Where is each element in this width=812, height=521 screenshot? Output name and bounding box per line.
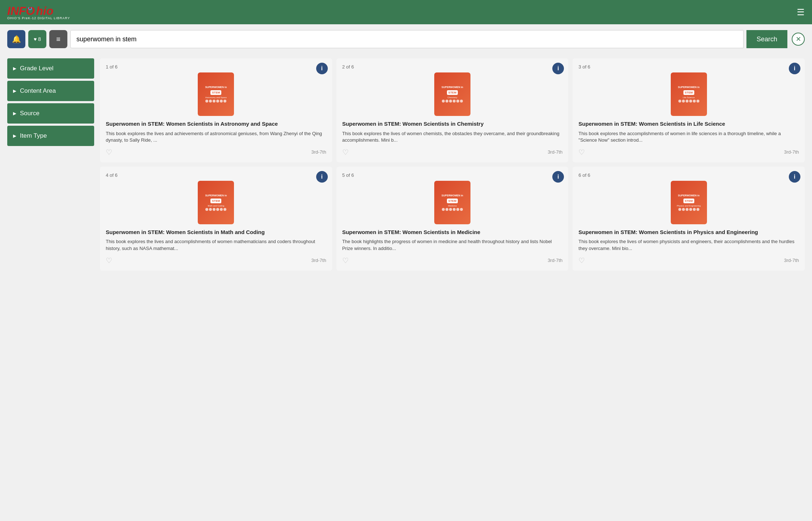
card-footer: ♡ 3rd-7th xyxy=(578,256,799,265)
favorites-button[interactable]: ♥ 8 xyxy=(28,30,46,48)
results-grid: 1 of 6 i SUPERWOMEN in STEM Astronomy an… xyxy=(100,58,805,271)
main-content: ▶ Grade Level ▶ Content Area ▶ Source ▶ … xyxy=(0,54,812,275)
filter-label: Source xyxy=(20,110,39,117)
bell-button[interactable]: 🔔 xyxy=(7,30,25,48)
book-cover: SUPERWOMEN in STEM Physics and Engineeri… xyxy=(671,181,707,224)
book-card: 1 of 6 i SUPERWOMEN in STEM Astronomy an… xyxy=(100,58,332,162)
book-cover: SUPERWOMEN in STEM Astronomy and Space xyxy=(198,72,234,116)
grade-badge: 3rd-7th xyxy=(548,258,562,263)
info-button[interactable]: i xyxy=(552,63,564,74)
card-counter: 2 of 6 xyxy=(342,64,563,70)
toolbar: 🔔 ♥ 8 ≡ Search ✕ xyxy=(0,24,812,54)
info-button[interactable]: i xyxy=(789,63,800,74)
clear-icon: ✕ xyxy=(796,35,801,43)
card-description: This book explores the lives and accompl… xyxy=(106,238,326,251)
info-button[interactable]: i xyxy=(316,171,328,183)
card-description: The book highlights the progress of wome… xyxy=(342,238,563,251)
grade-badge: 3rd-7th xyxy=(784,149,799,155)
card-counter: 5 of 6 xyxy=(342,172,563,178)
favorite-button[interactable]: ♡ xyxy=(106,256,112,265)
chevron-right-icon: ▶ xyxy=(13,111,16,116)
book-card: 4 of 6 i SUPERWOMEN in STEM Math and Cod… xyxy=(100,167,332,271)
header: INF O hio OHIO'S PreK-12 DIGITAL LIBRARY… xyxy=(0,0,812,24)
favorite-button[interactable]: ♡ xyxy=(342,256,349,265)
grade-badge: 3rd-7th xyxy=(311,149,326,155)
card-description: This book explores the lives and achieve… xyxy=(106,130,326,143)
power-icon xyxy=(28,7,32,10)
card-counter: 6 of 6 xyxy=(578,172,799,178)
book-card: 2 of 6 i SUPERWOMEN in STEM Chemistry Su… xyxy=(336,58,569,162)
list-button[interactable]: ≡ xyxy=(49,30,67,48)
logo-hio: hio xyxy=(36,4,54,18)
book-card: 6 of 6 i SUPERWOMEN in STEM Physics and … xyxy=(573,167,805,271)
card-counter: 1 of 6 xyxy=(106,64,326,70)
card-footer: ♡ 3rd-7th xyxy=(342,148,563,157)
card-footer: ♡ 3rd-7th xyxy=(342,256,563,265)
favorite-button[interactable]: ♡ xyxy=(342,148,349,157)
filter-grade-level[interactable]: ▶ Grade Level xyxy=(7,58,94,79)
favorite-button[interactable]: ♡ xyxy=(578,148,585,157)
heart-count: ♥ 8 xyxy=(34,36,41,42)
logo-subtitle: OHIO'S PreK-12 DIGITAL LIBRARY xyxy=(7,16,70,20)
logo-text: INF xyxy=(7,4,26,18)
filter-label: Grade Level xyxy=(20,65,54,72)
card-footer: ♡ 3rd-7th xyxy=(578,148,799,157)
card-counter: 4 of 6 xyxy=(106,172,326,178)
book-card: 3 of 6 i SUPERWOMEN in STEM Life Science… xyxy=(573,58,805,162)
card-title: Superwomen in STEM: Women Scientists in … xyxy=(342,229,563,236)
filter-label: Item Type xyxy=(20,132,47,139)
card-title: Superwomen in STEM: Women Scientists in … xyxy=(106,120,326,128)
card-footer: ♡ 3rd-7th xyxy=(106,256,326,265)
logo: INF O hio OHIO'S PreK-12 DIGITAL LIBRARY xyxy=(7,4,70,20)
search-input[interactable] xyxy=(70,30,744,48)
book-cover: SUPERWOMEN in STEM Medicine xyxy=(434,181,470,224)
card-title: Superwomen in STEM: Women Scientists in … xyxy=(578,120,799,128)
search-button[interactable]: Search xyxy=(746,30,787,48)
book-cover: SUPERWOMEN in STEM Life Science xyxy=(671,72,707,116)
menu-button[interactable]: ☰ xyxy=(797,7,805,17)
info-button[interactable]: i xyxy=(316,63,328,74)
info-button[interactable]: i xyxy=(552,171,564,183)
book-cover: SUPERWOMEN in STEM Chemistry xyxy=(434,72,470,116)
card-description: This book explores the lives of women ch… xyxy=(342,130,563,143)
card-title: Superwomen in STEM: Women Scientists in … xyxy=(106,229,326,236)
grade-badge: 3rd-7th xyxy=(784,258,799,263)
chevron-right-icon: ▶ xyxy=(13,66,16,71)
card-counter: 3 of 6 xyxy=(578,64,799,70)
chevron-right-icon: ▶ xyxy=(13,88,16,93)
book-cover: SUPERWOMEN in STEM Math and Coding xyxy=(198,181,234,224)
card-title: Superwomen in STEM: Women Scientists in … xyxy=(578,229,799,236)
card-footer: ♡ 3rd-7th xyxy=(106,148,326,157)
grade-badge: 3rd-7th xyxy=(311,258,326,263)
list-icon: ≡ xyxy=(56,35,60,43)
info-button[interactable]: i xyxy=(789,171,800,183)
filter-content-area[interactable]: ▶ Content Area xyxy=(7,81,94,101)
chevron-right-icon: ▶ xyxy=(13,133,16,138)
filter-label: Content Area xyxy=(20,87,56,95)
filter-source[interactable]: ▶ Source xyxy=(7,103,94,124)
grade-badge: 3rd-7th xyxy=(548,149,562,155)
clear-button[interactable]: ✕ xyxy=(792,33,805,46)
card-description: This book explores the accomplishments o… xyxy=(578,130,799,143)
favorite-button[interactable]: ♡ xyxy=(578,256,585,265)
favorite-button[interactable]: ♡ xyxy=(106,148,112,157)
sidebar: ▶ Grade Level ▶ Content Area ▶ Source ▶ … xyxy=(7,58,94,271)
book-card: 5 of 6 i SUPERWOMEN in STEM Medicine Sup… xyxy=(336,167,569,271)
bell-icon: 🔔 xyxy=(12,35,21,43)
logo-o-wrap: O xyxy=(26,4,36,16)
filter-item-type[interactable]: ▶ Item Type xyxy=(7,126,94,146)
card-description: This book explores the lives of women ph… xyxy=(578,238,799,251)
card-title: Superwomen in STEM: Women Scientists in … xyxy=(342,120,563,128)
